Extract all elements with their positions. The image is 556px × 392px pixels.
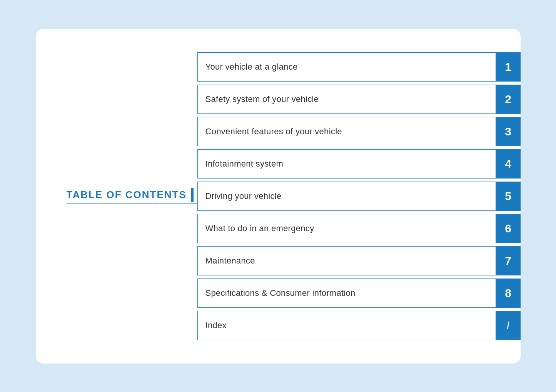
toc-title: TABLE OF CONTENTS [67, 189, 187, 201]
table-row[interactable]: Specifications & Consumer information8 [197, 279, 521, 308]
toc-item-label: Your vehicle at a glance [197, 52, 496, 82]
table-row[interactable]: IndexI [197, 311, 521, 340]
toc-item-label: Driving your vehicle [197, 182, 496, 211]
toc-item-number: 2 [496, 85, 521, 114]
toc-item-number: 6 [496, 214, 521, 243]
toc-item-number: 3 [496, 117, 521, 146]
toc-item-number: 1 [496, 52, 521, 82]
toc-item-label: What to do in an emergency [197, 214, 496, 243]
toc-item-label: Convenient features of your vehicle [197, 117, 496, 146]
toc-item-number: 4 [496, 149, 521, 178]
toc-item-number: 8 [496, 279, 521, 308]
left-section: TABLE OF CONTENTS [36, 188, 197, 204]
toc-item-number: 5 [496, 182, 521, 211]
table-row[interactable]: Infotainment system4 [197, 149, 521, 178]
toc-item-label: Infotainment system [197, 149, 496, 178]
title-container: TABLE OF CONTENTS [67, 188, 194, 202]
table-row[interactable]: Maintenance7 [197, 246, 521, 275]
toc-item-label: Maintenance [197, 246, 496, 275]
toc-item-number: 7 [496, 246, 521, 275]
table-row[interactable]: Safety system of your vehicle2 [197, 85, 521, 114]
toc-item-label: Safety system of your vehicle [197, 85, 496, 114]
table-row[interactable]: Convenient features of your vehicle3 [197, 117, 521, 146]
title-underline [67, 204, 197, 204]
table-row[interactable]: Your vehicle at a glance1 [197, 52, 521, 82]
table-row[interactable]: What to do in an emergency6 [197, 214, 521, 243]
table-row[interactable]: Driving your vehicle5 [197, 182, 521, 211]
toc-item-label: Specifications & Consumer information [197, 279, 496, 308]
page-card: TABLE OF CONTENTS Your vehicle at a glan… [36, 29, 521, 364]
toc-item-number: I [496, 311, 521, 340]
toc-item-label: Index [197, 311, 496, 340]
toc-list: Your vehicle at a glance1Safety system o… [197, 52, 521, 340]
title-bar-decoration [191, 188, 194, 202]
